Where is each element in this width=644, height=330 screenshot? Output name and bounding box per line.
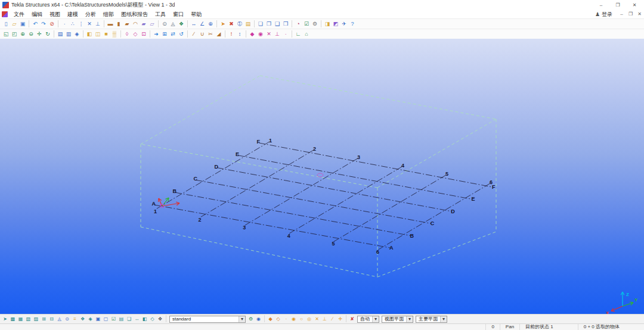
phase-manager-icon[interactable]: ◔ [294, 20, 302, 28]
work-plane-default-icon[interactable]: ⊡ [140, 30, 148, 38]
snap-intersection-icon[interactable]: ✕ [265, 30, 273, 38]
select-single-icon[interactable]: ➤ [1, 315, 9, 323]
move-object-icon[interactable]: ➜ [152, 30, 160, 38]
snap-plane-combo[interactable]: 视图平面 ▾ [382, 316, 413, 323]
undo-icon[interactable]: ↶ [31, 20, 39, 28]
grid-line-5[interactable] [334, 175, 446, 242]
snap-any-icon[interactable]: ∙ [281, 30, 290, 38]
model-viewport[interactable]: AABBCCDDEEFF112233445566ZXY [0, 39, 644, 314]
select-components-icon[interactable]: ❖ [79, 315, 86, 323]
relative-coords-icon[interactable]: ⌂ [302, 30, 311, 38]
select-planes-icon[interactable]: ◧ [141, 315, 148, 323]
select-parts-icon[interactable]: ▦ [17, 315, 24, 323]
snap-perpendicular-switch-icon[interactable]: ⊥ [321, 315, 329, 323]
select-tasks-icon[interactable]: ☑ [110, 315, 117, 323]
grid-line-B[interactable] [175, 192, 411, 236]
select-grid-lines-icon[interactable]: ⊟ [48, 315, 55, 323]
grid-line-E[interactable] [238, 155, 472, 200]
snap-mid-switch-icon[interactable]: ◎ [305, 315, 313, 323]
grid-line-6[interactable] [378, 183, 490, 250]
snap-end-switch-icon[interactable]: ◉ [290, 315, 298, 323]
copy-object-icon[interactable]: ⊞ [160, 30, 169, 38]
zoom-out-icon[interactable]: ⊖ [27, 30, 35, 38]
snap-override-off-icon[interactable]: ✘ [348, 315, 356, 323]
weld-icon[interactable]: ◬ [169, 20, 177, 28]
grid-line-2[interactable] [200, 150, 314, 217]
view-close-button[interactable]: ✕ [635, 10, 644, 18]
named-views-icon[interactable]: ▥ [64, 30, 73, 38]
snap-mid-icon[interactable]: ◉ [256, 30, 265, 38]
bolt-icon[interactable]: ⊙ [160, 20, 169, 28]
point-extension-icon[interactable]: ⋮ [77, 20, 85, 28]
measure-icon[interactable]: ↕ [236, 30, 244, 38]
snap-nearest-switch-icon[interactable]: ∙ [282, 315, 290, 323]
chevron-down-icon[interactable]: ▾ [372, 316, 379, 322]
menu-tools[interactable]: 工具 [151, 10, 169, 18]
pan-tool-icon[interactable]: ✛ [35, 30, 44, 38]
menu-detailing[interactable]: 细部 [100, 10, 117, 18]
wireframe-icon[interactable]: ◫ [94, 30, 102, 38]
measure-distance-icon[interactable]: ↔ [190, 20, 198, 28]
snap-geometry-switch-icon[interactable]: ◇ [274, 315, 282, 323]
menu-view[interactable]: 视图 [46, 10, 64, 18]
login-button[interactable]: ♟ 登录 [590, 11, 617, 18]
restore-button[interactable]: ❐ [611, 0, 625, 10]
save-model-icon[interactable]: ▣ [18, 20, 27, 28]
grid-line-D[interactable] [217, 168, 451, 211]
component-catalog-icon[interactable]: ❖ [177, 20, 185, 28]
magnify-selection-icon[interactable]: ◉ [255, 315, 262, 323]
grid-line-A[interactable] [154, 205, 390, 248]
chevron-down-icon[interactable]: ▾ [239, 316, 245, 322]
create-point-icon[interactable]: ∙ [60, 20, 69, 28]
macros-icon[interactable]: ⚙ [311, 20, 319, 28]
numbering-icon[interactable]: ➀ [236, 20, 244, 28]
grid-line-C[interactable] [196, 180, 431, 223]
zoom-original-icon[interactable]: ◰ [10, 30, 18, 38]
panel-icon[interactable]: ▱ [148, 20, 156, 28]
visible-parts-icon[interactable]: ◧ [85, 30, 94, 38]
snap-intersection-switch-icon[interactable]: ✕ [313, 315, 321, 323]
point-array-icon[interactable]: ∴ [69, 20, 77, 28]
select-rebars-icon[interactable]: ≡ [71, 315, 79, 323]
zoom-in-icon[interactable]: ⊕ [18, 30, 27, 38]
close-button[interactable]: ✕ [627, 0, 642, 10]
inquire-icon[interactable]: ! [227, 30, 236, 38]
view-list-icon[interactable]: ▤ [56, 30, 64, 38]
grid-line-4[interactable] [289, 167, 402, 234]
twin-profile-icon[interactable]: ▰ [123, 20, 131, 28]
menu-window[interactable]: 窗口 [169, 10, 187, 18]
view-properties-combo[interactable]: standard ▾ [169, 316, 246, 323]
new-model-icon[interactable]: ▯ [2, 20, 10, 28]
grid-line-F[interactable] [259, 143, 493, 187]
interrupt-icon[interactable]: ⊘ [48, 20, 56, 28]
chamfer-icon[interactable]: ◢ [215, 30, 223, 38]
transparent-icon[interactable]: ▒ [110, 30, 119, 38]
ga-drawing-icon[interactable]: ❐ [265, 20, 273, 28]
render-options-icon[interactable]: ◩ [332, 20, 340, 28]
select-distances-icon[interactable]: ↔ [133, 315, 141, 323]
work-plane-part-icon[interactable]: ◇ [131, 30, 140, 38]
mirror-object-icon[interactable]: ⇄ [169, 30, 177, 38]
rotate-view-icon[interactable]: ↻ [44, 30, 52, 38]
grid-line-3[interactable] [245, 158, 358, 225]
point-projection-icon[interactable]: ⊥ [94, 20, 102, 28]
create-report-icon[interactable]: ▤ [244, 20, 252, 28]
menu-analysis[interactable]: 分析 [82, 10, 100, 18]
grid-line-1[interactable] [156, 142, 270, 209]
select-all-switch-icon[interactable]: ▩ [9, 315, 17, 323]
ortho-icon[interactable]: ∟ [294, 30, 302, 38]
split-icon[interactable]: ∕ [190, 30, 198, 38]
work-plane-icon[interactable]: ◊ [123, 30, 131, 38]
open-model-icon[interactable]: ▱ [10, 20, 18, 28]
snap-line-switch-icon[interactable]: ∕ [329, 315, 336, 323]
column-icon[interactable]: ▮ [114, 20, 123, 28]
shaded-icon[interactable]: ■ [102, 30, 110, 38]
point-intersection-icon[interactable]: ✕ [85, 20, 94, 28]
drawing-list-icon[interactable]: ❏ [256, 20, 265, 28]
combine-icon[interactable]: ∪ [198, 30, 206, 38]
chevron-down-icon[interactable]: ▾ [406, 316, 413, 322]
select-assemblies-icon[interactable]: ▣ [94, 315, 102, 323]
menu-modeling[interactable]: 建模 [64, 10, 82, 18]
select-views-icon[interactable]: ▤ [117, 315, 125, 323]
snapshot-icon[interactable]: ◨ [323, 20, 332, 28]
